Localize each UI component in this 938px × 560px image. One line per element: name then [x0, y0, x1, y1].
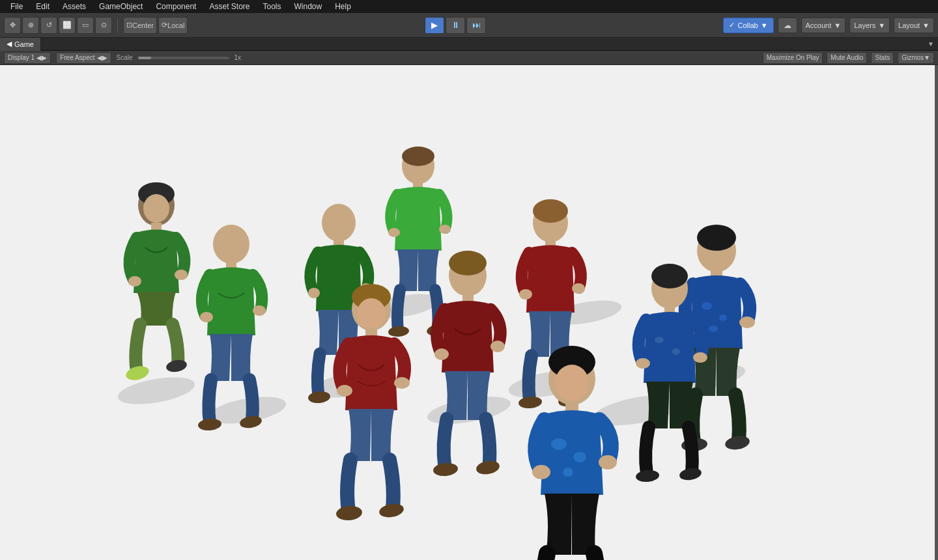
menu-file[interactable]: File [5, 1, 28, 12]
svg-point-56 [572, 283, 585, 294]
cloud-btn[interactable]: ☁ [778, 18, 797, 33]
svg-point-15 [175, 270, 188, 280]
menu-gameobject[interactable]: GameObject [94, 1, 148, 12]
svg-point-34 [439, 225, 451, 234]
svg-point-84 [563, 468, 573, 477]
svg-point-70 [651, 264, 688, 288]
layers-dropdown[interactable]: Layers ▼ [849, 18, 890, 33]
game-tab-icon: ◀ [7, 40, 12, 48]
layout-dropdown-icon: ▼ [922, 21, 930, 29]
hand-tool-btn[interactable]: ✥ [4, 17, 21, 34]
cloud-icon: ☁ [784, 21, 791, 30]
tab-bar-right: ▼ [928, 40, 938, 48]
svg-point-31 [402, 147, 434, 166]
pivot-group: ⊡ Center ⟳ Local [123, 17, 188, 34]
svg-point-86 [599, 455, 617, 469]
scale-tool-btn[interactable]: ⬜ [59, 17, 76, 34]
game-content [0, 65, 938, 560]
svg-point-12 [143, 194, 169, 223]
menu-edit[interactable]: Edit [31, 1, 55, 12]
svg-point-55 [519, 289, 532, 300]
game-viewport [0, 65, 938, 560]
svg-point-85 [532, 465, 550, 479]
menu-component[interactable]: Component [150, 1, 201, 12]
maximize-btn[interactable]: Maximize On Play [763, 52, 823, 64]
scale-value: 1x [234, 54, 242, 61]
collab-btn[interactable]: ✓ Collab ▼ [723, 18, 773, 33]
account-dropdown-icon: ▼ [834, 21, 841, 29]
game-toolbar: Display 1 ◀▶ Free Aspect ◀▶ Scale 1x Max… [0, 51, 938, 65]
aspect-control[interactable]: Free Aspect ◀▶ [56, 52, 111, 64]
local-btn[interactable]: ⟳ Local [158, 17, 188, 34]
layers-dropdown-icon: ▼ [878, 21, 885, 29]
svg-point-75 [693, 352, 707, 363]
rect-tool-btn[interactable]: ▭ [77, 17, 94, 34]
svg-point-39 [357, 298, 386, 329]
menu-help[interactable]: Help [330, 1, 356, 12]
collab-label: Collab [737, 21, 758, 29]
layout-label: Layout [898, 21, 920, 29]
svg-point-80 [555, 365, 589, 401]
svg-point-83 [573, 452, 586, 462]
scale-bar[interactable] [138, 57, 229, 59]
menu-tools[interactable]: Tools [257, 1, 286, 12]
svg-point-66 [739, 316, 755, 328]
local-label: Local [167, 21, 184, 29]
svg-point-82 [551, 438, 567, 450]
transform-tool-btn[interactable]: ⊙ [95, 17, 112, 34]
toolbar: ✥ ⊕ ↺ ⬜ ▭ ⊙ ⊡ Center ⟳ Local ▶ ⏸ ⏭ ✓ Col… [0, 13, 938, 38]
svg-point-53 [533, 199, 568, 223]
svg-point-74 [636, 358, 650, 369]
aspect-arrow: ◀▶ [97, 54, 107, 61]
svg-point-60 [697, 225, 736, 251]
play-controls: ▶ ⏸ ⏭ [190, 17, 720, 34]
mute-btn[interactable]: Mute Audio [827, 52, 867, 64]
collab-check: ✓ [729, 21, 735, 29]
svg-point-42 [394, 377, 410, 389]
svg-point-46 [449, 251, 487, 275]
gizmos-btn[interactable]: Gizmos ▼ [898, 52, 934, 64]
svg-point-49 [490, 341, 505, 352]
display-control[interactable]: Display 1 ◀▶ [4, 52, 51, 64]
svg-point-14 [128, 276, 141, 287]
svg-point-64 [709, 326, 718, 332]
pivot-icon: ⊡ [126, 21, 132, 29]
transform-tools-group: ✥ ⊕ ↺ ⬜ ▭ ⊙ [4, 17, 112, 34]
collab-dropdown-icon: ▼ [761, 21, 768, 29]
tab-bar: ◀ Game ▼ [0, 38, 938, 51]
center-btn[interactable]: ⊡ Center [123, 17, 157, 34]
account-label: Account [806, 21, 832, 29]
local-icon: ⟳ [162, 21, 167, 29]
svg-point-18 [213, 225, 249, 264]
game-tab[interactable]: ◀ Game [0, 38, 41, 51]
pause-button[interactable]: ⏸ [446, 17, 465, 34]
divider-1 [117, 18, 118, 33]
display-arrow: ◀▶ [36, 54, 47, 61]
game-scene [0, 65, 938, 560]
stats-btn[interactable]: Stats [871, 52, 894, 64]
svg-point-63 [719, 315, 727, 321]
svg-point-73 [672, 348, 680, 355]
scale-label-text: Scale [117, 54, 133, 61]
main-content: ◀ Game ▼ Display 1 ◀▶ Free Aspect ◀▶ Sca… [0, 38, 938, 560]
stats-label: Stats [875, 54, 890, 61]
play-button[interactable]: ▶ [425, 17, 444, 34]
menu-assets[interactable]: Assets [57, 1, 91, 12]
toolbar-right: ✓ Collab ▼ ☁ Account ▼ Layers ▼ Layout ▼ [723, 18, 934, 33]
layout-dropdown[interactable]: Layout ▼ [894, 18, 934, 33]
svg-point-24 [322, 204, 356, 242]
account-dropdown[interactable]: Account ▼ [801, 18, 846, 33]
resize-handle[interactable] [935, 65, 938, 560]
gizmos-label: Gizmos [902, 54, 924, 61]
svg-point-21 [253, 305, 266, 316]
rotate-tool-btn[interactable]: ↺ [40, 17, 57, 34]
step-button[interactable]: ⏭ [466, 17, 486, 34]
svg-point-26 [308, 288, 320, 298]
layers-label: Layers [854, 21, 875, 29]
move-tool-btn[interactable]: ⊕ [22, 17, 39, 34]
menu-asset-store[interactable]: Asset Store [204, 1, 255, 12]
aspect-label: Free Aspect [60, 54, 94, 61]
mute-label: Mute Audio [831, 54, 863, 61]
menu-window[interactable]: Window [289, 1, 328, 12]
svg-point-72 [655, 337, 664, 343]
